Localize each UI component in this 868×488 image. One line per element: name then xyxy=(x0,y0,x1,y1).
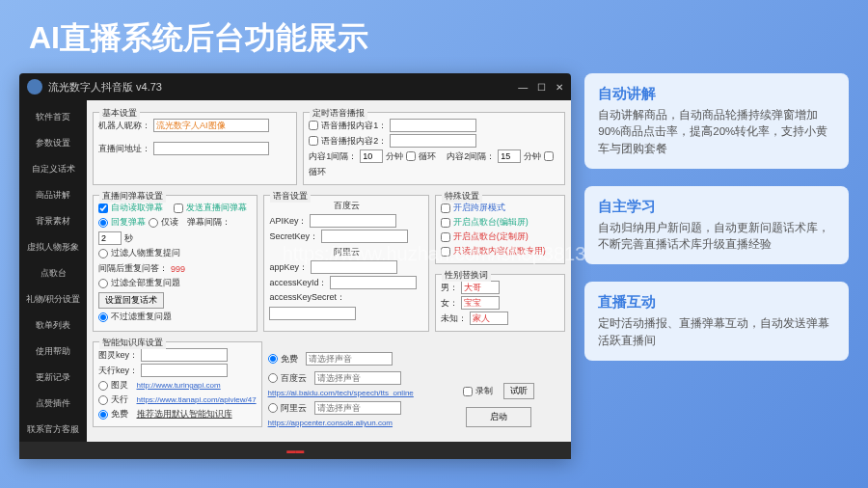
sidebar-item-5[interactable]: 虚拟人物形象 xyxy=(19,234,87,260)
timed2-checkbox[interactable] xyxy=(309,136,318,146)
baidu-link[interactable]: https://ai.baidu.com/tech/speech/tts_onl… xyxy=(268,389,426,397)
danmu-interval-input[interactable] xyxy=(98,231,122,245)
room-input[interactable] xyxy=(153,142,269,155)
tuling-link[interactable]: http://www.turingapi.com xyxy=(137,381,221,390)
sidebar-item-0[interactable]: 软件首页 xyxy=(19,104,87,130)
tianxing-link[interactable]: https://www.tianapi.com/apiview/47 xyxy=(137,395,257,404)
tianxing-radio[interactable] xyxy=(98,395,108,405)
card-title: 自主学习 xyxy=(598,198,835,216)
tuling-input[interactable] xyxy=(141,348,228,362)
group-special: 特殊设置 xyxy=(442,190,482,203)
timed2-input[interactable] xyxy=(390,134,476,148)
interval2-label: 内容2间隔： xyxy=(447,150,495,163)
minimize-icon[interactable]: — xyxy=(518,82,528,93)
window-title: 流光数字人抖音版 v4.73 xyxy=(48,80,162,95)
feature-card-2: 直播互动定时活动播报、直播弹幕互动，自动发送弹幕活跃直播间 xyxy=(584,282,849,361)
card-title: 自动讲解 xyxy=(598,85,835,103)
loop2-checkbox[interactable] xyxy=(544,151,554,161)
sidebar-item-12[interactable]: 联系官方客服 xyxy=(19,417,87,442)
timed1-checkbox[interactable] xyxy=(309,121,318,130)
app-logo-icon xyxy=(27,79,42,95)
voice-select2[interactable] xyxy=(314,371,401,385)
config-reply-button[interactable]: 设置回复话术 xyxy=(98,292,164,309)
tuling-radio[interactable] xyxy=(98,381,108,391)
content-panel: 基本设置 机器人昵称： 直播间地址： 定时语音播报 语音播报内容1： xyxy=(87,100,571,442)
group-knowledge: 智能知识库设置 xyxy=(99,337,166,349)
skipall-radio[interactable] xyxy=(98,279,108,288)
sidebar-item-8[interactable]: 歌单列表 xyxy=(19,312,87,339)
sidebar-item-1[interactable]: 参数设置 xyxy=(19,130,87,156)
sidebar: 软件首页参数设置自定义话术商品讲解背景素材虚拟人物形象点歌台礼物/积分设置歌单列… xyxy=(19,100,87,442)
sidebar-item-9[interactable]: 使用帮助 xyxy=(19,339,87,365)
sidebar-item-6[interactable]: 点歌台 xyxy=(19,260,87,286)
group-voice: 语音设置 xyxy=(270,190,311,203)
tianxing-input[interactable] xyxy=(141,364,228,377)
interval1-input[interactable] xyxy=(360,149,383,163)
voice-select1[interactable] xyxy=(306,352,393,366)
noskip-radio[interactable] xyxy=(98,312,108,322)
dual-checkbox[interactable] xyxy=(441,203,450,213)
reply-radio[interactable] xyxy=(98,218,108,228)
timed1-input[interactable] xyxy=(390,119,476,132)
page-title: AI直播系统后台功能展示 xyxy=(0,0,868,73)
voice-free-radio[interactable] xyxy=(268,354,278,364)
close-icon[interactable]: ✕ xyxy=(556,82,563,93)
robot-input[interactable] xyxy=(153,119,269,132)
timed1-label: 语音播报内容1： xyxy=(321,120,387,132)
sidebar-item-11[interactable]: 点赞插件 xyxy=(19,391,87,417)
unknown-input[interactable] xyxy=(470,312,508,325)
interval2-input[interactable] xyxy=(498,149,521,163)
maximize-icon[interactable]: ☐ xyxy=(537,82,546,93)
titlebar: 流光数字人抖音版 v4.73 — ☐ ✕ xyxy=(19,73,571,100)
free-kb-radio[interactable] xyxy=(98,410,108,420)
appkey-input[interactable] xyxy=(311,260,397,274)
voice-baidu-radio[interactable] xyxy=(268,373,278,383)
apikey-input[interactable] xyxy=(310,214,396,228)
skipq-radio[interactable] xyxy=(98,249,108,258)
loop1-checkbox[interactable] xyxy=(406,151,416,161)
sidebar-item-7[interactable]: 礼物/积分设置 xyxy=(19,286,87,312)
autoread-checkbox[interactable] xyxy=(98,203,108,213)
readonly-radio[interactable] xyxy=(149,218,158,228)
sidebar-item-3[interactable]: 商品讲解 xyxy=(19,182,87,208)
feature-card-1: 自主学习自动归纳用户新问题，自动更新问题话术库，不断完善直播话术库升级直播经验 xyxy=(584,186,849,265)
group-danmu: 直播间弹幕设置 xyxy=(99,190,166,203)
secretkey-input[interactable] xyxy=(321,230,408,243)
card-desc: 自动讲解商品，自动商品轮播持续弹窗增加90%商品点击率，提高20%转化率，支持小… xyxy=(598,107,835,157)
sidebar-item-2[interactable]: 自定义话术 xyxy=(19,156,87,182)
female-input[interactable] xyxy=(461,296,500,310)
status-indicator: ▬▬ xyxy=(286,446,304,455)
group-gender: 性别替换词 xyxy=(442,269,491,282)
male-input[interactable] xyxy=(461,281,500,294)
card-desc: 自动归纳用户新问题，自动更新问题话术库，不断完善直播话术库升级直播经验 xyxy=(598,220,835,254)
feature-card-0: 自动讲解自动讲解商品，自动商品轮播持续弹窗增加90%商品点击率，提高20%转化率… xyxy=(584,73,849,169)
test-button[interactable]: 试听 xyxy=(503,383,534,399)
room-label: 直播间地址： xyxy=(98,143,150,155)
group-timed: 定时语音播报 xyxy=(310,107,367,120)
aks-input[interactable] xyxy=(269,307,356,320)
record-checkbox[interactable] xyxy=(463,387,473,396)
card-desc: 定时活动播报、直播弹幕互动，自动发送弹幕活跃直播间 xyxy=(598,315,835,349)
akid-input[interactable] xyxy=(330,276,417,289)
interval1-label: 内容1间隔： xyxy=(309,150,357,163)
sidebar-item-10[interactable]: 更新记录 xyxy=(19,365,87,391)
ali-link[interactable]: https://appcenter.console.aliyun.com xyxy=(268,419,426,427)
readorder-checkbox[interactable] xyxy=(441,247,450,257)
card-title: 直播互动 xyxy=(598,293,835,312)
voice-select3[interactable] xyxy=(314,401,401,415)
voice-ali-radio[interactable] xyxy=(268,403,278,413)
robot-label: 机器人昵称： xyxy=(98,120,150,132)
timed2-label: 语音播报内容2： xyxy=(321,135,387,148)
sidebar-item-4[interactable]: 背景素材 xyxy=(19,208,87,234)
qa-checkbox[interactable] xyxy=(441,218,450,228)
app-window: 流光数字人抖音版 v4.73 — ☐ ✕ 软件首页参数设置自定义话术商品讲解背景… xyxy=(19,73,571,459)
status-bar: ▬▬ xyxy=(19,442,571,459)
custom-checkbox[interactable] xyxy=(441,232,450,242)
start-button[interactable]: 启动 xyxy=(466,407,531,427)
senddanmu-checkbox[interactable] xyxy=(174,203,183,213)
group-basic: 基本设置 xyxy=(99,107,140,120)
